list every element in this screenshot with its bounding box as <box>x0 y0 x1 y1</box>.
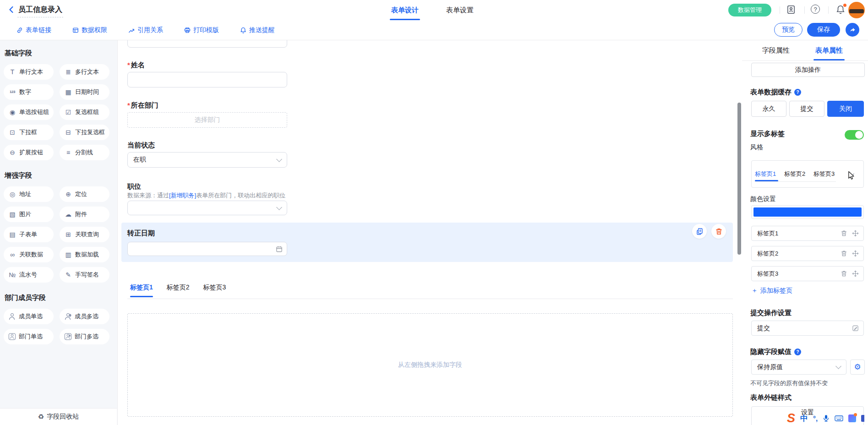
field-item-checkbox-group[interactable]: ☑复选框组 <box>60 104 109 120</box>
data-manage-button[interactable]: 数据管理 <box>728 4 771 16</box>
style-tab-2[interactable]: 标签页2 <box>784 170 805 178</box>
hidden-field-select[interactable]: 保持原值 <box>751 360 846 375</box>
tab-row-1[interactable]: 标签页1 <box>751 226 864 241</box>
department-picker[interactable]: 选择部门 <box>127 112 287 128</box>
field-item-radio-group[interactable]: ◉单选按钮组 <box>4 104 54 120</box>
help-icon[interactable]: ? <box>811 5 820 14</box>
share-button[interactable] <box>846 23 859 37</box>
position-select[interactable] <box>127 201 287 215</box>
field-item-member-single[interactable]: 成员单选 <box>4 309 54 324</box>
add-tab-link[interactable]: ＋ 添加标签页 <box>751 287 792 295</box>
back-button[interactable] <box>7 5 16 14</box>
style-tab-3[interactable]: 标签页3 <box>813 170 835 178</box>
canvas-tab-2[interactable]: 标签页2 <box>167 283 190 297</box>
field-item-data-load[interactable]: ▥数据加载 <box>60 247 109 262</box>
field-item-attachment[interactable]: ☁附件 <box>60 207 109 222</box>
field-item-divider[interactable]: ≡分割线 <box>60 145 109 160</box>
cache-option-permanent[interactable]: 永久 <box>751 101 786 117</box>
field-item-signature[interactable]: ✎手写签名 <box>60 267 109 283</box>
field-item-linked-query[interactable]: ⊞关联查询 <box>60 227 109 242</box>
scrolled-input-partial[interactable] <box>127 40 287 48</box>
tab-row-2[interactable]: 标签页2 <box>751 246 864 261</box>
delete-tab-button[interactable] <box>841 250 847 257</box>
canvas-scrollbar[interactable] <box>737 103 741 255</box>
style-tab-1[interactable]: 标签页1 <box>755 170 776 178</box>
field-item-location[interactable]: ⊕定位 <box>60 186 109 202</box>
field-item-dept-multi[interactable]: 部门多选 <box>60 329 109 344</box>
avatar[interactable] <box>848 2 865 18</box>
data-permission-button[interactable]: 数据权限 <box>72 26 107 34</box>
print-template-button[interactable]: 打印模版 <box>184 26 219 34</box>
edit-icon[interactable] <box>852 325 859 332</box>
share-arrow-icon <box>849 26 857 34</box>
submit-text-input[interactable]: 提交 <box>751 321 864 336</box>
add-action-button[interactable]: 添加操作 <box>751 63 865 77</box>
field-item-image[interactable]: ▧图片 <box>4 207 54 222</box>
push-reminder-button[interactable]: 推送提醒 <box>240 26 275 34</box>
enhanced-fields-grid: ◎地址 ⊕定位 ▧图片 ☁附件 ▤子表单 ⊞关联查询 ∞关联数据 ▥数据加载 №… <box>0 186 117 283</box>
field-item-single-line-text[interactable]: T单行文本 <box>4 64 54 80</box>
field-item-multi-line-text[interactable]: ≣多行文本 <box>60 64 109 80</box>
canvas-tab-1[interactable]: 标签页1 <box>130 283 153 297</box>
cache-option-submit[interactable]: 提交 <box>789 101 824 117</box>
field-item-label: 附件 <box>75 210 87 218</box>
collapse-chevron-icon[interactable] <box>848 171 854 177</box>
field-item-linked-data[interactable]: ∞关联数据 <box>4 247 54 262</box>
field-item-number[interactable]: 123数字 <box>4 84 54 100</box>
name-input[interactable] <box>127 72 287 87</box>
tab-row-3[interactable]: 标签页3 <box>751 266 864 281</box>
tab-form-settings[interactable]: 表单设置 <box>446 0 474 20</box>
header-tabs: 表单设计 表单设置 <box>391 0 474 20</box>
delete-tab-button[interactable] <box>841 270 847 277</box>
sogou-logo-icon[interactable]: S <box>787 412 795 425</box>
ime-punctuation-icon[interactable]: °, <box>813 414 818 422</box>
copy-icon <box>696 228 704 235</box>
drop-zone[interactable]: 从左侧拖拽来添加字段 <box>127 313 733 417</box>
ime-mic-icon[interactable] <box>823 414 830 422</box>
field-item-address[interactable]: ◎地址 <box>4 186 54 202</box>
move-tab-handle[interactable] <box>852 270 859 277</box>
multi-tab-toggle[interactable] <box>845 130 864 140</box>
color-picker-field[interactable] <box>751 205 864 219</box>
field-item-dept-single[interactable]: 部门单选 <box>4 329 54 344</box>
contacts-icon[interactable] <box>786 5 796 15</box>
field-item-label: 定位 <box>75 190 87 198</box>
label-text: 职位 <box>127 182 141 190</box>
helper-link[interactable]: [新增职务] <box>169 192 196 199</box>
regular-date-input[interactable] <box>127 242 287 256</box>
help-circle-icon[interactable]: ? <box>794 89 801 96</box>
field-item-dropdown[interactable]: ⊡下拉框 <box>4 125 54 140</box>
field-item-label: 部门单选 <box>19 332 43 341</box>
ime-keyboard-icon[interactable] <box>835 415 843 422</box>
form-link-button[interactable]: 表单链接 <box>16 26 51 34</box>
tab-field-properties[interactable]: 字段属性 <box>762 40 790 60</box>
status-select[interactable]: 在职 <box>127 152 287 168</box>
toolbar-links: 表单链接 数据权限 引用关系 打印模版 推送提醒 <box>16 20 275 40</box>
field-item-datetime[interactable]: ▦日期时间 <box>60 84 109 100</box>
move-tab-handle[interactable] <box>852 230 859 237</box>
ime-skin-icon[interactable] <box>848 414 856 422</box>
notification-bell-icon[interactable] <box>835 5 846 15</box>
reference-relation-button[interactable]: 引用关系 <box>128 26 163 34</box>
field-item-member-multi[interactable]: 成员多选 <box>60 309 109 324</box>
hidden-field-value: 保持原值 <box>757 363 783 371</box>
hidden-field-config-button[interactable]: ⚙ <box>850 360 865 375</box>
copy-field-button[interactable] <box>692 224 707 239</box>
preview-button[interactable]: 预览 <box>774 23 802 37</box>
field-item-expand-button[interactable]: ⊖扩展按钮 <box>4 145 54 160</box>
move-tab-handle[interactable] <box>852 250 859 257</box>
ime-language-icon[interactable]: 中 <box>800 413 808 424</box>
help-circle-icon[interactable]: ? <box>794 349 801 355</box>
tab-form-design[interactable]: 表单设计 <box>391 0 419 20</box>
save-button[interactable]: 保存 <box>807 23 840 37</box>
field-item-serial-number[interactable]: №流水号 <box>4 267 54 283</box>
field-item-multi-dropdown[interactable]: ⊟下拉复选框 <box>60 125 109 140</box>
field-item-subform[interactable]: ▤子表单 <box>4 227 54 242</box>
canvas-tab-3[interactable]: 标签页3 <box>203 283 226 297</box>
delete-tab-button[interactable] <box>841 230 847 237</box>
tab-form-properties[interactable]: 表单属性 <box>815 40 843 60</box>
delete-field-button[interactable] <box>711 224 726 239</box>
field-recycle-bin[interactable]: ♻ 字段回收站 <box>0 408 117 425</box>
ime-more-icon[interactable] <box>861 415 864 422</box>
cache-option-closed[interactable]: 关闭 <box>827 101 864 117</box>
